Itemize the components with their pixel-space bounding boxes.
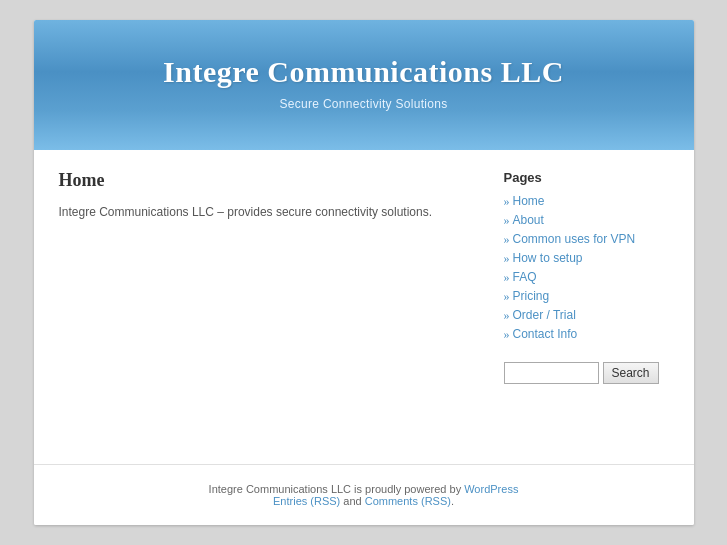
sidebar-nav-link[interactable]: Home [513,194,545,208]
site-footer: Integre Communications LLC is proudly po… [34,464,694,525]
footer-text: Integre Communications LLC is proudly po… [54,483,674,507]
sidebar-nav-item: How to setup [504,250,669,266]
sidebar-nav-item: FAQ [504,269,669,285]
wordpress-link[interactable]: WordPress [464,483,518,495]
sidebar: Pages HomeAboutCommon uses for VPNHow to… [504,170,669,384]
sidebar-nav-item: Contact Info [504,326,669,342]
footer-text-before: Integre Communications LLC is proudly po… [209,483,465,495]
footer-separator2: . [451,495,454,507]
sidebar-nav-link[interactable]: How to setup [513,251,583,265]
sidebar-nav: HomeAboutCommon uses for VPNHow to setup… [504,193,669,342]
site-title: Integre Communications LLC [163,55,564,89]
sidebar-nav-item: Pricing [504,288,669,304]
sidebar-pages-label: Pages [504,170,669,185]
site-header: Integre Communications LLC Secure Connec… [34,20,694,150]
site-tagline: Secure Connectivity Solutions [279,97,447,111]
sidebar-nav-item: Common uses for VPN [504,231,669,247]
sidebar-nav-item: Order / Trial [504,307,669,323]
sidebar-nav-item: About [504,212,669,228]
search-widget: Search [504,362,669,384]
footer-separator1: and [340,495,364,507]
sidebar-nav-link[interactable]: Order / Trial [513,308,576,322]
sidebar-nav-link[interactable]: Common uses for VPN [513,232,636,246]
search-form: Search [504,362,669,384]
comments-rss-link[interactable]: Comments (RSS) [365,495,451,507]
search-button[interactable]: Search [603,362,659,384]
search-input[interactable] [504,362,599,384]
content-area: Home Integre Communications LLC – provid… [34,150,694,404]
sidebar-nav-link[interactable]: Contact Info [513,327,578,341]
sidebar-nav-item: Home [504,193,669,209]
page-wrapper: Integre Communications LLC Secure Connec… [34,20,694,525]
page-body: Integre Communications LLC – provides se… [59,203,474,222]
sidebar-nav-link[interactable]: Pricing [513,289,550,303]
main-content: Home Integre Communications LLC – provid… [59,170,484,384]
page-heading: Home [59,170,474,191]
sidebar-nav-link[interactable]: About [513,213,544,227]
sidebar-nav-link[interactable]: FAQ [513,270,537,284]
entries-rss-link[interactable]: Entries (RSS) [273,495,340,507]
